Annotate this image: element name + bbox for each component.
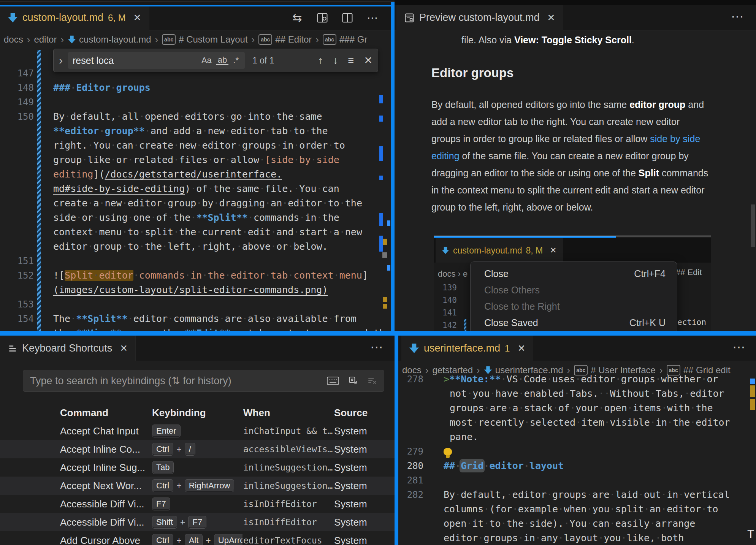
split-editor-icon[interactable]	[341, 11, 354, 25]
column-header[interactable]: Command	[60, 407, 108, 419]
keybinding-row[interactable]: Accept Next Wor...Ctrl+RightArrowinlineS…	[0, 477, 395, 495]
source-cell: System	[334, 440, 367, 458]
record-keys-icon[interactable]	[348, 376, 358, 386]
window-top-strip-right	[395, 0, 756, 5]
code-line: 151	[0, 254, 391, 268]
line-number: 141	[434, 307, 457, 319]
code-line: editing](/docs/getstarted/userinterface.	[0, 167, 391, 182]
symbol-string-icon: abc	[258, 34, 272, 45]
code-editor-content[interactable]: 147148###·Editor·groups149150By·default,…	[0, 66, 391, 331]
overview-ruler-mark	[387, 265, 390, 271]
overview-ruler-mark	[383, 239, 387, 245]
editor-group-bottom-left: Keyboard Shortcuts ✕ ⋯ Type to search in…	[0, 336, 395, 545]
line-number: 280	[398, 459, 423, 473]
keybinding-row[interactable]: Add Cursor AboveCtrl+Alt+UpArroweditorTe…	[0, 531, 395, 545]
keybinding-row[interactable]: Accessible Diff Vi...Shift+F7isInDiffEdi…	[0, 513, 395, 531]
keybinding-row[interactable]: Accept Inline Sug...TabinlineSuggestion……	[0, 458, 395, 477]
overview-ruler-mark	[379, 213, 383, 226]
breadcrumb-item[interactable]: custom-layout.md	[68, 34, 151, 45]
when-cell: inlineSuggestion…	[243, 458, 333, 477]
clipped-edge-glyph: T	[747, 528, 754, 541]
sash-vertical-top[interactable]	[391, 2, 395, 331]
tab-userinterface[interactable]: userinterface.md 1 ✕	[401, 336, 533, 361]
close-icon[interactable]: ✕	[120, 343, 128, 354]
open-preview-side-icon[interactable]	[315, 11, 329, 25]
code-line: editor·group·to·the·left,·right,·above·o…	[0, 239, 391, 254]
sash-horizontal[interactable]	[0, 331, 756, 336]
tab-preview-custom-layout[interactable]: Preview custom-layout.md ✕	[396, 5, 563, 30]
find-match-count: 1 of 1	[252, 55, 274, 66]
keybindings-search-input[interactable]: Type to search in keybindings (⇅ for his…	[23, 370, 384, 392]
find-nav: ↑ ↓ ≡ ✕	[318, 54, 372, 67]
keybinding-row[interactable]: Accept Inline Co...Ctrl+/accessibleViewI…	[0, 440, 395, 458]
tabstrip-top-right: Preview custom-layout.md ✕ ⋯	[395, 5, 756, 30]
breadcrumb-separator-icon: ›	[252, 34, 255, 46]
keybinding-row[interactable]: Accept Chat InputEnterinChatInput && t…S…	[0, 422, 395, 440]
more-actions-icon[interactable]: ⋯	[732, 339, 746, 355]
code-line: not·you·have·enabled·Tabs.··Without·Tabs…	[398, 387, 756, 401]
find-input[interactable]: reset loca Aa ab .*	[68, 52, 245, 69]
more-actions-icon[interactable]: ⋯	[731, 9, 745, 24]
breadcrumb-item[interactable]: docs	[4, 34, 23, 45]
regex-icon[interactable]: .*	[231, 55, 240, 65]
code-line: 280##·Grid·editor·layout	[398, 459, 756, 473]
sash-vertical-bottom[interactable]	[395, 331, 398, 545]
clear-search-icon[interactable]	[367, 376, 377, 386]
column-header[interactable]: When	[243, 407, 270, 419]
find-widget: › reset loca Aa ab .* 1 of 1 ↑ ↓ ≡ ✕	[53, 49, 378, 72]
column-header[interactable]: Source	[334, 407, 368, 419]
code-editor-content[interactable]: 278>**Note:**·VS·Code·uses·editor·groups…	[398, 372, 756, 545]
image-code-fragment: ection	[677, 318, 706, 327]
keycap: RightArrow	[185, 479, 235, 492]
close-find-icon[interactable]: ✕	[364, 54, 372, 67]
column-header[interactable]: Keybinding	[152, 407, 206, 419]
close-icon[interactable]: ✕	[133, 12, 141, 23]
context-menu-item[interactable]: Close SavedCtrl+K U	[471, 315, 677, 331]
more-actions-icon[interactable]: ⋯	[366, 11, 379, 25]
breadcrumb-item[interactable]: abc# Custom Layout	[162, 34, 247, 45]
keybinding-cell: Ctrl+RightArrow	[152, 477, 242, 495]
overview-ruler-mark	[387, 220, 390, 226]
keycap: Shift	[152, 516, 177, 529]
command-cell: Accept Inline Sug...	[60, 458, 145, 477]
keyboard-icon[interactable]	[327, 376, 339, 385]
command-cell: Accept Inline Co...	[60, 440, 140, 458]
breadcrumb[interactable]: docs›editor›custom-layout.md›abc# Custom…	[0, 30, 391, 49]
previous-match-icon[interactable]: ↑	[318, 55, 323, 67]
lightbulb-icon[interactable]	[444, 448, 452, 455]
tabstrip-bottom-left: Keyboard Shortcuts ✕ ⋯	[0, 336, 395, 361]
keycap: Enter	[152, 425, 181, 437]
context-menu-item: Close to the Right	[471, 298, 677, 315]
breadcrumb-separator-icon: ›	[60, 34, 64, 46]
keybindings-table-header: CommandKeybindingWhenSource	[0, 407, 395, 422]
keycap: Ctrl	[152, 479, 173, 492]
keycap: F7	[152, 497, 170, 510]
breadcrumb-item[interactable]: abc### Gr	[323, 34, 367, 45]
tab-keyboard-shortcuts[interactable]: Keyboard Shortcuts ✕	[0, 336, 136, 361]
open-changes-icon[interactable]: ⇆	[290, 11, 304, 25]
breadcrumb-item[interactable]: abc## Editor	[258, 34, 312, 45]
find-in-selection-icon[interactable]: ≡	[348, 55, 354, 67]
find-query[interactable]: reset loca	[73, 55, 197, 66]
next-match-icon[interactable]: ↓	[333, 55, 338, 67]
breadcrumb-item[interactable]: editor	[34, 34, 57, 45]
more-actions-icon[interactable]: ⋯	[370, 339, 384, 355]
whole-word-icon[interactable]: ab	[216, 56, 228, 65]
source-cell: System	[334, 422, 367, 440]
editor-group-top-left: custom-layout.md 6, M ✕ ⇆ ⋯ docs	[0, 5, 391, 331]
keybinding-row[interactable]: Accessible Diff Vi...F7isInDiffEditorSys…	[0, 495, 395, 513]
toggle-replace-icon[interactable]: ›	[59, 54, 63, 67]
close-icon[interactable]: ✕	[547, 12, 555, 23]
context-menu-item[interactable]: CloseCtrl+F4	[471, 266, 677, 282]
symbol-string-icon: abc	[323, 34, 336, 45]
code-line: create·a·new·editor·group·by·dragging·an…	[0, 196, 391, 211]
context-menu-item: Close Others	[471, 282, 677, 298]
match-case-icon[interactable]: Aa	[200, 55, 213, 65]
tab-modified-badge: 6, M	[108, 13, 126, 23]
preview-scrollbar-thumb[interactable]	[751, 204, 755, 247]
close-icon[interactable]: ✕	[517, 343, 525, 354]
tab-context-menu: CloseCtrl+F4Close OthersClose to the Rig…	[470, 261, 677, 331]
keycap: UpArrow	[214, 534, 242, 545]
code-line: 281	[398, 473, 756, 488]
tab-custom-layout[interactable]: custom-layout.md 6, M ✕	[0, 5, 149, 30]
